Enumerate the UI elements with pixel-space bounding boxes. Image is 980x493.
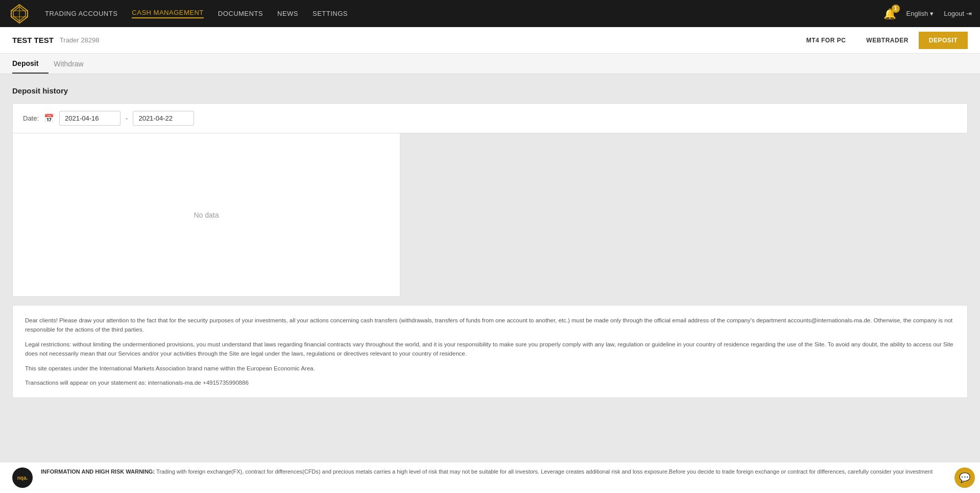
brand-logo[interactable] — [8, 3, 33, 25]
chat-button[interactable]: 💬 — [954, 467, 975, 488]
footer-warning-text: Trading with foreign exchange(FX), contr… — [156, 468, 933, 475]
nav-trading-accounts[interactable]: TRADING ACCOUNTS — [45, 10, 117, 17]
chat-icon: 💬 — [959, 472, 970, 483]
subheader: TEST TEST Trader 28298 MT4 FOR PC WEBTRA… — [0, 27, 980, 54]
disclaimer-section: Dear clients! Please draw your attention… — [12, 305, 968, 398]
nav-cash-management[interactable]: CASH MANAGEMENT — [132, 9, 203, 18]
footer-warning-title: INFORMATION AND HIGH RISK WARNING: — [41, 468, 155, 475]
date-separator: - — [126, 114, 128, 122]
section-title: Deposit history — [12, 86, 968, 95]
language-label: English — [906, 10, 928, 17]
nav-settings[interactable]: SETTINGS — [313, 10, 348, 17]
tabs-bar: Deposit Withdraw — [0, 54, 980, 74]
user-name: TEST TEST — [12, 36, 54, 44]
navbar-right: 🔔 1 English ▾ Logout ⇥ — [883, 8, 972, 20]
main-content: Deposit history Date: 📅 - No data Dear c… — [0, 74, 980, 410]
webtrader-button[interactable]: WEBTRADER — [856, 32, 919, 49]
nav-documents[interactable]: DOCUMENTS — [218, 10, 263, 17]
tab-deposit[interactable]: Deposit — [12, 54, 49, 74]
disclaimer-para2: Legal restrictions: without limiting the… — [25, 340, 955, 359]
deposit-button[interactable]: DEPOSIT — [919, 32, 968, 49]
notification-badge: 1 — [892, 5, 900, 13]
date-label: Date: — [23, 114, 39, 122]
subheader-left: TEST TEST Trader 28298 — [12, 36, 796, 44]
logout-arrow-icon: ⇥ — [966, 10, 972, 17]
notification-button[interactable]: 🔔 1 — [883, 8, 896, 20]
disclaimer-para4: Transactions will appear on your stateme… — [25, 378, 955, 387]
logout-button[interactable]: Logout ⇥ — [944, 10, 972, 17]
footer-text: INFORMATION AND HIGH RISK WARNING: Tradi… — [41, 467, 933, 476]
trader-id: Trader 28298 — [60, 36, 100, 44]
date-from-input[interactable] — [59, 111, 121, 126]
nav-news[interactable]: NEWS — [277, 10, 298, 17]
language-selector[interactable]: English ▾ — [906, 10, 934, 17]
nav-links: TRADING ACCOUNTS CASH MANAGEMENT DOCUMEN… — [45, 9, 883, 18]
subheader-right: MT4 FOR PC WEBTRADER DEPOSIT — [796, 32, 968, 49]
navbar: TRADING ACCOUNTS CASH MANAGEMENT DOCUMEN… — [0, 0, 980, 27]
tab-withdraw[interactable]: Withdraw — [54, 55, 93, 73]
date-to-input[interactable] — [133, 111, 194, 126]
filter-bar: Date: 📅 - — [12, 103, 968, 133]
chevron-down-icon: ▾ — [930, 10, 934, 17]
footer-logo: nqa. — [12, 467, 33, 488]
mt4-pc-button[interactable]: MT4 FOR PC — [796, 32, 856, 49]
no-data-text: No data — [194, 211, 219, 219]
footer-bar: nqa. INFORMATION AND HIGH RISK WARNING: … — [0, 462, 980, 493]
disclaimer-para1: Dear clients! Please draw your attention… — [25, 316, 955, 335]
disclaimer-para3: This site operates under the Internation… — [25, 364, 955, 373]
data-table-area: No data — [12, 133, 400, 297]
calendar-icon: 📅 — [44, 113, 54, 123]
logout-label: Logout — [944, 10, 964, 17]
